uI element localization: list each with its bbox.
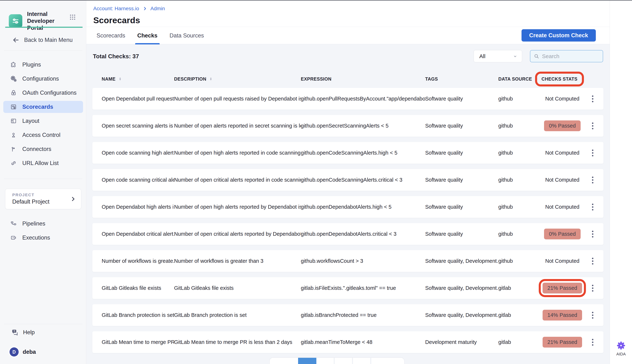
- sidebar-item-oauth-configurations[interactable]: OAuth Configurations: [3, 87, 83, 99]
- brand-divider: [5, 27, 83, 28]
- check-expression: github.openDependabotAlerts.high < 5: [301, 204, 425, 210]
- sidebar-item-plugins[interactable]: Plugins: [3, 59, 83, 71]
- breadcrumb-account-link[interactable]: Account: Harness.io: [93, 6, 139, 12]
- check-row: Open Dependabot pull request...Number of…: [92, 88, 603, 110]
- apps-grid-icon[interactable]: [69, 14, 76, 21]
- check-row: GitLab Mean time to merge PR ...GitLab M…: [92, 331, 603, 353]
- column-header-name[interactable]: NAME: [102, 76, 174, 82]
- row-menu-button[interactable]: [587, 280, 598, 296]
- tab-data-sources[interactable]: Data Sources: [170, 27, 204, 44]
- sort-icon[interactable]: [208, 76, 213, 81]
- check-tags: Software quality, Development...: [425, 312, 498, 318]
- row-menu-button[interactable]: [587, 334, 598, 350]
- row-menu-button[interactable]: [587, 91, 598, 106]
- check-row: Open code scanning critical ale...Number…: [92, 169, 603, 191]
- column-header-data-source[interactable]: DATA SOURCE: [498, 76, 539, 82]
- check-tags: Software quality: [425, 123, 498, 129]
- oauth-icon: [10, 90, 17, 96]
- idp-logo-icon: [9, 14, 22, 28]
- pagination[interactable]: [270, 358, 404, 364]
- help-label: Help: [23, 329, 35, 336]
- check-stats-cell: 21% Passed: [539, 337, 585, 348]
- sidebar-item-connectors[interactable]: Connectors: [3, 143, 83, 155]
- create-custom-check-button[interactable]: Create Custom Check: [522, 29, 596, 42]
- project-selector[interactable]: PROJECT Default Project: [5, 189, 81, 209]
- tab-checks[interactable]: Checks: [137, 27, 157, 44]
- main-content: Account: Harness.io Admin Scorecards Sco…: [86, 0, 610, 364]
- divider: [4, 179, 82, 179]
- sidebar-item-access-control[interactable]: Access Control: [3, 129, 83, 141]
- sidebar-item-pipelines[interactable]: Pipelines: [3, 218, 83, 230]
- table-header-row: NAMEDESCRIPTIONEXPRESSIONTAGSDATA SOURCE…: [92, 72, 603, 86]
- sidebar-item-label: Pipelines: [22, 220, 45, 227]
- row-menu-button[interactable]: [587, 118, 598, 134]
- row-menu-button[interactable]: [587, 199, 598, 215]
- row-actions: [585, 172, 603, 188]
- svg-text:?: ?: [13, 330, 15, 333]
- sidebar-item-scorecards[interactable]: Scorecards: [3, 101, 83, 113]
- help-button[interactable]: ? Help: [11, 328, 35, 336]
- user-menu[interactable]: D deba: [10, 347, 36, 356]
- sidebar-item-url-allow-list[interactable]: URL Allow List: [3, 157, 83, 169]
- check-stats-cell: Not Computed: [539, 177, 585, 183]
- check-tags: Software quality: [425, 150, 498, 156]
- tab-scorecards[interactable]: Scorecards: [97, 27, 125, 44]
- check-stats-cell: 0% Passed: [539, 228, 585, 240]
- check-data-source: gitlab: [498, 285, 539, 291]
- pagination-separator: [352, 358, 353, 364]
- search-input[interactable]: [542, 53, 613, 60]
- check-tags: Software quality: [425, 96, 498, 102]
- checks-stats-text: Not Computed: [545, 177, 579, 183]
- check-name: Open Dependabot high alerts i...: [102, 204, 174, 210]
- row-menu-button[interactable]: [587, 254, 598, 269]
- sidebar-item-label: Connectors: [22, 146, 51, 152]
- row-actions: [585, 226, 603, 242]
- check-data-source: gitlab: [498, 312, 539, 318]
- tabs-row: ScorecardsChecksData Sources Create Cust…: [86, 27, 610, 44]
- check-description: GitLab Gitleaks file exists: [174, 285, 301, 291]
- column-label: DESCRIPTION: [174, 76, 206, 82]
- checks-table: Open Dependabot pull request...Number of…: [92, 88, 603, 358]
- sidebar-item-configurations[interactable]: Configurations: [3, 73, 83, 85]
- row-actions: [585, 280, 603, 296]
- check-name: Open code scanning high alert...: [102, 150, 174, 156]
- tags-filter-select[interactable]: All: [474, 50, 522, 62]
- aida-widget[interactable]: AIDA: [610, 341, 632, 356]
- column-label: CHECKS STATS: [541, 76, 577, 82]
- check-row: GitLab Branch protection is setGitLab Br…: [92, 304, 603, 326]
- breadcrumb-chevron-icon: [142, 6, 147, 11]
- column-header-description[interactable]: DESCRIPTION: [174, 76, 301, 82]
- checks-stats-text: Not Computed: [545, 258, 579, 264]
- pagination-active-page[interactable]: [298, 358, 316, 364]
- check-data-source: github: [498, 231, 539, 237]
- checks-stats-badge: 14% Passed: [543, 310, 582, 320]
- row-menu-button[interactable]: [587, 172, 598, 188]
- row-actions: [585, 199, 603, 215]
- breadcrumb-admin-link[interactable]: Admin: [151, 6, 165, 12]
- connectors-icon: [10, 146, 17, 152]
- row-menu-button[interactable]: [587, 308, 598, 323]
- checks-stats-badge: 0% Passed: [544, 120, 581, 131]
- chevron-down-icon: [512, 54, 518, 59]
- back-to-main-menu-button[interactable]: Back to Main Menu: [12, 36, 73, 44]
- row-actions: [585, 145, 603, 160]
- check-data-source: github: [498, 258, 539, 264]
- check-description: Number of open pull requests raised by D…: [174, 96, 301, 102]
- column-label: TAGS: [425, 76, 438, 82]
- row-menu-button[interactable]: [587, 226, 598, 242]
- tags-filter-value: All: [479, 53, 512, 60]
- column-label: EXPRESSION: [301, 76, 332, 82]
- sidebar-item-layout[interactable]: Layout: [3, 115, 83, 127]
- checks-stats-text: Not Computed: [545, 96, 579, 102]
- row-menu-button[interactable]: [587, 145, 598, 160]
- check-tags: Software quality: [425, 231, 498, 237]
- search-box: [530, 50, 603, 62]
- right-gutter: AIDA: [610, 0, 632, 364]
- row-actions: [585, 334, 603, 350]
- check-stats-cell: Not Computed: [539, 258, 585, 264]
- project-name: Default Project: [12, 198, 49, 205]
- sidebar-item-executions[interactable]: Executions: [3, 232, 83, 244]
- sort-icon[interactable]: [118, 76, 123, 81]
- check-row: Open code scanning high alert...Number o…: [92, 142, 603, 164]
- check-data-source: gitlab: [498, 339, 539, 345]
